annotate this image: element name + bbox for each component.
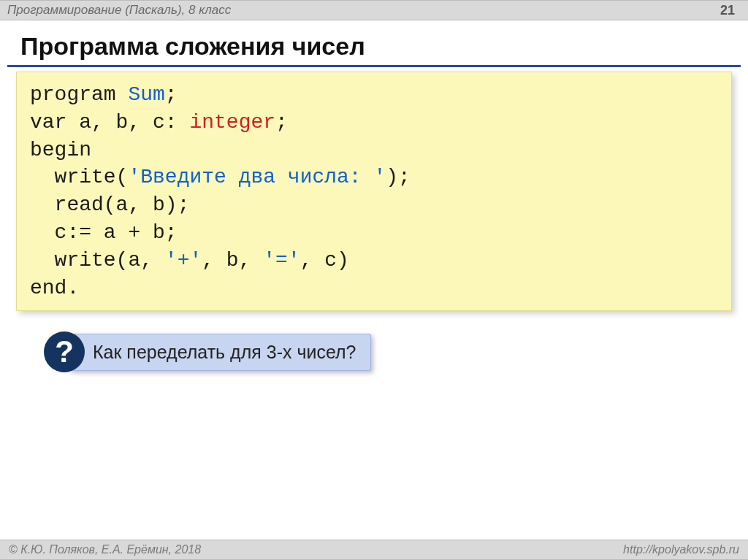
footer-copyright: © К.Ю. Поляков, Е.А. Ерёмин, 2018 [9, 543, 201, 556]
question-callout: ? Как переделать для 3-х чисел? [44, 331, 748, 372]
slide-title: Программа сложения чисел [0, 20, 748, 65]
code-line-6: c:= a + b; [30, 221, 178, 244]
code-block: program Sum; var a, b, c: integer; begin… [16, 72, 732, 311]
question-badge: ? [44, 331, 85, 372]
question-mark-icon: ? [55, 337, 74, 367]
code-line-1: program Sum; [30, 83, 178, 106]
code-line-4: write('Введите два числа: '); [30, 166, 411, 188]
code-line-8: end. [30, 277, 79, 299]
footer-url: http://kpolyakov.spb.ru [623, 543, 739, 556]
code-line-7: write(a, '+', b, '=', c) [30, 249, 349, 272]
code-line-3: begin [30, 139, 91, 161]
code-line-5: read(a, b); [30, 193, 189, 216]
slide-header: Программирование (Паскаль), 8 класс 21 [0, 0, 748, 20]
slide-footer: © К.Ю. Поляков, Е.А. Ерёмин, 2018 http:/… [0, 540, 748, 560]
header-subject: Программирование (Паскаль), 8 класс [7, 3, 720, 18]
page-number: 21 [720, 3, 741, 18]
code-line-2: var a, b, c: integer; [30, 111, 288, 134]
title-underline [7, 65, 741, 67]
question-text: Как переделать для 3-х чисел? [69, 334, 371, 371]
